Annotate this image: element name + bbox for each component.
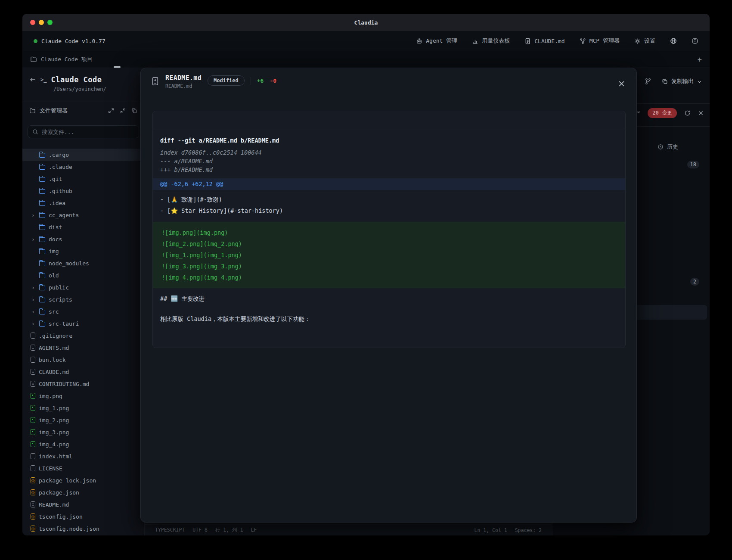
file-search[interactable]: [28, 125, 139, 138]
menu-usage-dashboard[interactable]: 用量仪表板: [472, 37, 510, 45]
tree-item-label: img.png: [39, 393, 62, 399]
copy-icon: [662, 78, 668, 84]
copy-icon[interactable]: [131, 108, 137, 114]
file-type-icon: [31, 489, 35, 495]
tree-item-label: CONTRIBUTING.md: [39, 381, 89, 387]
diff-context-paragraph: 相比原版 Claudia，本版本主要新增和改进了以下功能：: [153, 313, 625, 324]
collapse-icon[interactable]: [120, 108, 126, 114]
tree-item[interactable]: .git: [22, 173, 144, 185]
file-type-icon: [39, 249, 45, 254]
tree-item[interactable]: CONTRIBUTING.md: [22, 378, 144, 390]
menu-claude-md[interactable]: CLAUDE.md: [524, 38, 565, 44]
tree-item[interactable]: img_4.png: [22, 438, 144, 450]
tree-item-label: CLAUDE.md: [39, 369, 69, 375]
menu-label: MCP 管理器: [589, 37, 620, 45]
tree-item[interactable]: img: [22, 245, 144, 257]
tree-item-label: AGENTS.md: [39, 345, 69, 351]
tree-item-label: node_modules: [49, 260, 89, 267]
tree-item[interactable]: public: [22, 281, 144, 293]
tree-item-label: tsconfig.json: [39, 513, 83, 520]
tree-item[interactable]: .cargo: [22, 149, 144, 161]
file-type-icon: [31, 369, 35, 375]
tree-item-label: index.html: [39, 453, 72, 460]
file-type-icon: [31, 393, 35, 399]
bar-chart-icon: [472, 38, 478, 44]
tree-item-label: img_4.png: [39, 441, 69, 448]
tree-item-label: tsconfig.node.json: [39, 526, 99, 532]
diff-card: diff --git a/README.md b/README.md index…: [152, 111, 626, 348]
changes-count-badge[interactable]: 20 变更: [648, 108, 677, 118]
tree-item[interactable]: bun.lock: [22, 354, 144, 366]
file-type-icon: [39, 298, 45, 302]
globe-icon[interactable]: [670, 37, 677, 44]
tree-item[interactable]: .idea: [22, 197, 144, 209]
status-segment: Spaces: 2: [515, 527, 542, 533]
menu-mcp-manager[interactable]: MCP 管理器: [580, 37, 620, 45]
tree-item[interactable]: node_modules: [22, 257, 144, 269]
tree-item[interactable]: img_1.png: [22, 402, 144, 414]
tree-item[interactable]: LICENSE: [22, 462, 144, 474]
tree-item-label: LICENSE: [39, 465, 62, 472]
file-type-icon: [31, 345, 35, 351]
refresh-icon[interactable]: [684, 110, 691, 116]
tree-item-label: docs: [49, 236, 62, 243]
chevron-right-icon: [31, 320, 36, 327]
new-tab-button[interactable]: +: [698, 55, 702, 64]
back-arrow-icon[interactable]: [29, 76, 36, 83]
diff-git-line: diff --git a/README.md b/README.md: [153, 135, 625, 146]
tree-item[interactable]: scripts: [22, 293, 144, 305]
app-header: Claude Code v1.0.77 Agent 管理 用量仪表板 CLAUD…: [22, 31, 710, 51]
tree-item[interactable]: package.json: [22, 486, 144, 498]
status-segment: 行 1, 列 1: [215, 527, 243, 533]
copy-output-label: 复制输出: [671, 78, 694, 85]
tree-item[interactable]: docs: [22, 233, 144, 245]
git-branch-icon[interactable]: [645, 78, 651, 85]
tree-item[interactable]: img.png: [22, 390, 144, 402]
menu-settings[interactable]: 设置: [634, 37, 655, 45]
tree-item[interactable]: .claude: [22, 161, 144, 173]
tree-item[interactable]: tsconfig.json: [22, 510, 144, 523]
modified-badge: Modified: [208, 75, 245, 86]
tree-item[interactable]: src-tauri: [22, 317, 144, 330]
tree-item-label: .cargo: [49, 152, 69, 158]
tree-item[interactable]: package-lock.json: [22, 474, 144, 486]
tree-item[interactable]: src: [22, 305, 144, 317]
tree-item[interactable]: .gitignore: [22, 330, 144, 342]
tree-item[interactable]: CLAUDE.md: [22, 366, 144, 378]
tree-item-label: public: [49, 284, 69, 291]
tree-item-label: old: [49, 272, 59, 279]
document-icon: [524, 38, 531, 44]
diff-added-line: ![img_2.png](img_2.png): [153, 238, 625, 249]
close-icon[interactable]: [698, 110, 704, 116]
tree-item-label: README.md: [39, 501, 69, 508]
diff-meta-line: index d76086f..c0c2514 100644: [153, 148, 625, 157]
tree-item[interactable]: index.html: [22, 450, 144, 462]
tree-item[interactable]: img_3.png: [22, 426, 144, 438]
info-icon[interactable]: [692, 37, 698, 44]
tree-item[interactable]: old: [22, 269, 144, 281]
search-input[interactable]: [42, 129, 134, 135]
status-segment: UTF-8: [192, 527, 208, 533]
bot-icon: [416, 38, 422, 44]
tree-item[interactable]: .github: [22, 185, 144, 197]
tab-claude-code-project[interactable]: Claude Code 项目: [30, 56, 93, 63]
tree-item[interactable]: img_2.png: [22, 414, 144, 426]
file-type-icon: [39, 213, 45, 218]
tab-history[interactable]: 历史: [658, 143, 678, 151]
diff-card-header: [153, 111, 625, 129]
tree-item[interactable]: README.md: [22, 498, 144, 510]
expand-icon[interactable]: [108, 108, 114, 114]
terminal-prompt-icon: >_: [40, 77, 47, 83]
tree-item[interactable]: tsconfig.node.json: [22, 523, 144, 535]
tab-strip: Claude Code 项目 +: [22, 51, 710, 68]
tree-item-label: img_1.png: [39, 405, 69, 411]
menu-label: Agent 管理: [426, 37, 457, 45]
tree-item[interactable]: dist: [22, 221, 144, 233]
copy-output-button[interactable]: 复制输出: [662, 78, 702, 85]
tree-item[interactable]: AGENTS.md: [22, 342, 144, 354]
menu-agent-manager[interactable]: Agent 管理: [416, 37, 457, 45]
modal-close-icon[interactable]: [618, 80, 625, 87]
tree-item[interactable]: cc_agents: [22, 209, 144, 221]
file-type-icon: [31, 381, 35, 387]
menu-label: CLAUDE.md: [534, 38, 565, 44]
